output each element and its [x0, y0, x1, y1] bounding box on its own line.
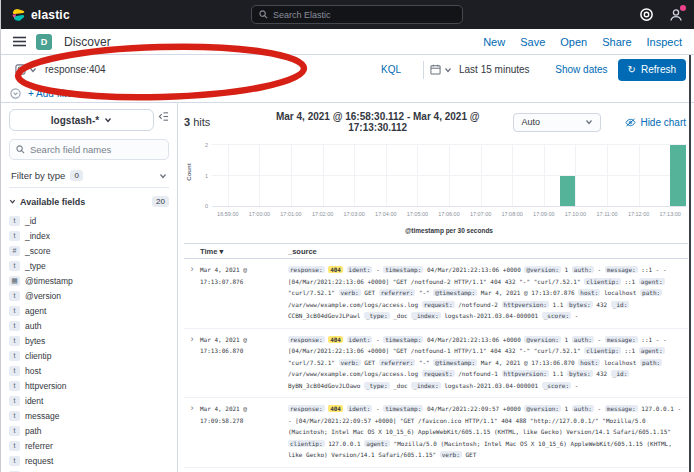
field-label-badge: @version:	[524, 266, 561, 273]
histogram-bar[interactable]	[560, 176, 576, 207]
field-name: @timestamp	[25, 276, 73, 286]
add-filter-button[interactable]: + Add filter	[28, 88, 76, 99]
gridline-vertical	[449, 145, 450, 206]
gridline-vertical	[481, 145, 482, 206]
available-fields-header[interactable]: Available fields 20	[9, 196, 169, 207]
filter-options-icon[interactable]	[10, 88, 21, 99]
field-label-badge: agent:	[639, 347, 665, 354]
time-column-header[interactable]: Time ▾	[200, 247, 288, 256]
field-item-path[interactable]: tpath	[9, 423, 169, 438]
field-type-icon: t	[9, 231, 20, 241]
field-label-badge: _id:	[611, 301, 629, 308]
doc-time: Mar 4, 2021 @ 17:13:06.870	[200, 334, 288, 392]
x-tick-label: 17:08:00	[501, 211, 522, 217]
scrollbar[interactable]	[689, 55, 691, 472]
field-label-badge: message:	[605, 266, 638, 273]
field-item-request[interactable]: trequest	[9, 453, 169, 468]
field-label-badge: agent:	[364, 440, 390, 447]
plot-area: 012	[212, 145, 686, 207]
expand-row-icon[interactable]: ›	[184, 264, 200, 322]
field-label-badge: agent:	[639, 278, 665, 285]
global-search-input[interactable]: Search Elastic	[251, 5, 463, 24]
chevron-down-icon	[444, 66, 452, 74]
x-axis-title: @timestamp per 30 seconds	[212, 227, 686, 234]
field-name: clientip	[25, 351, 51, 361]
field-label-badge: _score:	[542, 312, 571, 319]
field-label-badge: request:	[422, 370, 455, 377]
field-label-badge: @version:	[524, 336, 561, 343]
refresh-button[interactable]: ↻ Refresh	[618, 59, 686, 81]
hide-chart-button[interactable]: Hide chart	[625, 117, 686, 128]
field-item-referrer[interactable]: treferrer	[9, 438, 169, 453]
date-picker-button[interactable]	[430, 64, 452, 75]
field-item-_type[interactable]: t_type	[9, 258, 169, 273]
field-label-badge: @timestamp:	[433, 359, 477, 366]
index-pattern-select[interactable]: logstash-*	[9, 109, 154, 131]
field-item-response[interactable]: tresponse	[9, 468, 169, 472]
breadcrumb[interactable]: Discover	[64, 35, 111, 49]
field-label-badge: message:	[605, 336, 638, 343]
field-item-clientip[interactable]: tclientip	[9, 348, 169, 363]
discover-app-badge[interactable]: D	[36, 34, 52, 50]
field-item-@timestamp[interactable]: ▦@timestamp	[9, 273, 169, 288]
field-item-bytes[interactable]: tbytes	[9, 333, 169, 348]
nav-action-share[interactable]: Share	[602, 36, 631, 48]
collapse-sidebar-icon[interactable]	[158, 111, 169, 122]
help-icon[interactable]	[639, 7, 654, 22]
doc-time: Mar 4, 2021 @ 17:13:07.876	[200, 264, 288, 322]
chevron-down-icon	[585, 118, 593, 126]
field-item-ident[interactable]: tident	[9, 393, 169, 408]
saved-query-icon[interactable]	[15, 64, 26, 75]
x-tick-label: 17:04:00	[375, 211, 396, 217]
field-label-badge: bytes:	[567, 301, 593, 308]
gridline-vertical	[607, 145, 608, 206]
field-name: _type	[25, 261, 46, 271]
field-item-_score[interactable]: #_score	[9, 243, 169, 258]
expand-row-icon[interactable]: ›	[184, 334, 200, 392]
menu-icon[interactable]	[13, 36, 26, 47]
interval-select[interactable]: Auto	[513, 113, 601, 132]
field-item-agent[interactable]: tagent	[9, 303, 169, 318]
field-label-badge: host:	[578, 359, 600, 366]
query-language-button[interactable]: KQL	[381, 64, 411, 75]
field-name: _id	[25, 216, 36, 226]
nav-action-inspect[interactable]: Inspect	[647, 36, 682, 48]
highlighted-value: 404	[328, 336, 343, 343]
time-range-value[interactable]: Last 15 minutes	[459, 64, 530, 75]
field-label-badge: response:	[288, 266, 325, 273]
chevron-down-icon	[9, 198, 16, 205]
field-item-httpversion[interactable]: thttpversion	[9, 378, 169, 393]
x-tick-label: 16:59:00	[217, 211, 238, 217]
field-item-auth[interactable]: tauth	[9, 318, 169, 333]
field-name: bytes	[25, 336, 45, 346]
field-type-icon: t	[9, 426, 20, 436]
nav-action-open[interactable]: Open	[560, 36, 587, 48]
field-search-input[interactable]: Search field names	[9, 139, 169, 160]
nav-action-new[interactable]: New	[483, 36, 505, 48]
field-label-badge: referrer:	[379, 359, 416, 366]
gridline-vertical	[639, 145, 640, 206]
field-type-icon: t	[9, 366, 20, 376]
show-dates-link[interactable]: Show dates	[555, 64, 607, 75]
field-item-@version[interactable]: t@version	[9, 288, 169, 303]
nav-action-save[interactable]: Save	[520, 36, 545, 48]
field-label-badge: auth:	[572, 336, 594, 343]
field-label-badge: clientip:	[288, 440, 325, 447]
query-input[interactable]: response:404 KQL	[9, 59, 417, 81]
field-name: httpversion	[25, 381, 67, 391]
chart-time-range-title: Mar 4, 2021 @ 16:58:30.112 - Mar 4, 2021…	[250, 111, 505, 133]
field-type-icon: t	[9, 306, 20, 316]
expand-row-icon[interactable]: ›	[184, 403, 200, 461]
filter-by-type[interactable]: Filter by type 0	[9, 168, 169, 188]
global-search-placeholder: Search Elastic	[273, 10, 331, 20]
field-item-host[interactable]: thost	[9, 363, 169, 378]
histogram-bar[interactable]	[670, 145, 686, 206]
user-avatar[interactable]	[668, 7, 684, 23]
brand-name: elastic	[31, 8, 70, 22]
elastic-logo[interactable]: elastic	[11, 7, 70, 22]
field-item-message[interactable]: tmessage	[9, 408, 169, 423]
field-item-_index[interactable]: t_index	[9, 228, 169, 243]
eye-slash-icon	[625, 118, 636, 127]
field-item-_id[interactable]: t_id	[9, 213, 169, 228]
field-name: path	[25, 426, 42, 436]
